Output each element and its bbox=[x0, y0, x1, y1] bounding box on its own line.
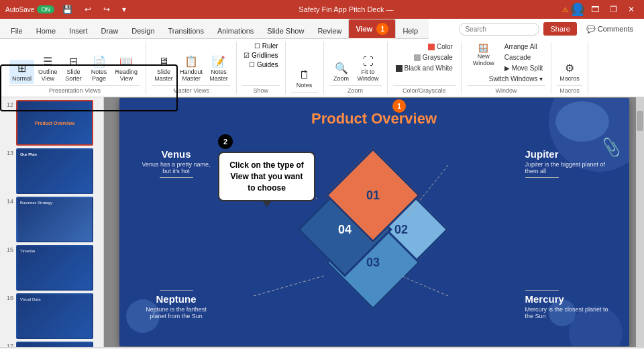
slide-panel: 12 Product Overview 13 Our Plan 14 Busin… bbox=[0, 97, 104, 347]
tab-transitions[interactable]: Transitions bbox=[162, 23, 211, 38]
outline-view-icon: ☰ bbox=[43, 55, 52, 68]
notes-button[interactable]: 🗒 Notes bbox=[291, 67, 318, 91]
main-area: 12 Product Overview 13 Our Plan 14 Busin… bbox=[0, 97, 644, 347]
slide-view: 2 Click on the type of View that you wan… bbox=[104, 97, 644, 347]
jupiter-label: Jupiter Jupiter is the biggest planet of… bbox=[525, 148, 612, 181]
ribbon-top: File Home Insert Draw Design Transitions… bbox=[0, 19, 644, 39]
view-normal-button[interactable]: ⊞ Normal bbox=[9, 60, 34, 84]
slide-image-13: Our Plan bbox=[16, 148, 93, 194]
bw-icon bbox=[396, 65, 402, 72]
notes-button-area: 🗒 Notes bbox=[291, 42, 318, 91]
tab-file[interactable]: File bbox=[4, 23, 30, 38]
slide-num-15: 15 bbox=[3, 246, 13, 253]
tab-view[interactable]: View 1 bbox=[348, 19, 396, 39]
comments-button[interactable]: 💬 Comments bbox=[581, 22, 639, 36]
color-label: Color/Grayscale bbox=[393, 85, 455, 94]
slide-image-14: Business Strategy bbox=[16, 197, 93, 242]
show-label: Show bbox=[242, 85, 279, 94]
account-icon[interactable]: 👤 bbox=[571, 3, 584, 16]
ribbon-group-zoom: 🔍 Zoom ⛶ Fit toWindow Zoom bbox=[324, 42, 388, 94]
macros-buttons: ⚙ Macros bbox=[557, 42, 582, 84]
mercury-label: Mercury Mercury is the closest planet to… bbox=[525, 290, 612, 319]
slide-thumb-13[interactable]: 13 Our Plan bbox=[3, 148, 101, 194]
annotation-step2: 2 bbox=[218, 134, 233, 149]
window-items: 🪟 NewWindow Arrange All Cascade ▶ Move S… bbox=[467, 42, 545, 84]
share-button[interactable]: Share bbox=[543, 22, 576, 36]
slide-thumb-17[interactable]: 17 bbox=[3, 342, 101, 347]
gridlines-checkbox-icon: ☑ bbox=[244, 52, 250, 59]
tab-review[interactable]: Review bbox=[311, 23, 348, 38]
tab-slideshow[interactable]: Slide Show bbox=[260, 23, 311, 38]
neptune-label: Neptune Neptune is the farthest planet f… bbox=[140, 290, 213, 319]
color-button[interactable]: Color bbox=[425, 42, 455, 52]
slide-canvas: 📎 Product Overview Venus Venus has a pre… bbox=[119, 98, 629, 346]
grayscale-icon bbox=[414, 54, 421, 61]
arrange-all-button[interactable]: Arrange All bbox=[502, 42, 545, 52]
view-outline-button[interactable]: ☰ OutlineView bbox=[36, 53, 60, 84]
annotation-bubble: Click on the type of View that you want … bbox=[218, 152, 315, 201]
guides-checkbox[interactable]: ☐ Guides bbox=[248, 60, 280, 69]
tab-help[interactable]: Help bbox=[396, 23, 425, 38]
tab-draw[interactable]: Draw bbox=[95, 23, 125, 38]
step1-badge: 1 bbox=[392, 99, 406, 113]
tab-design[interactable]: Design bbox=[125, 23, 161, 38]
view-reading-button[interactable]: 📖 ReadingView bbox=[113, 53, 141, 84]
slide-thumb-14[interactable]: 14 Business Strategy bbox=[3, 197, 101, 242]
search-input[interactable] bbox=[459, 23, 539, 36]
handout-master-button[interactable]: 📋 HandoutMaster bbox=[177, 53, 205, 84]
color-icon bbox=[428, 44, 435, 50]
cascade-button[interactable]: Cascade bbox=[502, 52, 545, 62]
macros-button[interactable]: ⚙ Macros bbox=[557, 60, 582, 84]
grayscale-button[interactable]: Grayscale bbox=[411, 52, 455, 62]
tab-insert[interactable]: Insert bbox=[62, 23, 95, 38]
ruler-checkbox-icon: ☐ bbox=[254, 42, 260, 50]
slide-12-content: Product Overview bbox=[17, 101, 92, 144]
move-split-button[interactable]: ▶ Move Split bbox=[502, 63, 545, 73]
customize-button[interactable]: ▾ bbox=[118, 3, 130, 15]
notes-icon: 🗒 bbox=[299, 69, 310, 81]
slide-thumb-16[interactable]: 16 Visual Data bbox=[3, 293, 101, 339]
slide-master-button[interactable]: 🖥 SlideMaster bbox=[152, 54, 176, 84]
master-views-label: Master Views bbox=[152, 85, 231, 94]
slide-thumb-15[interactable]: 15 Timeline bbox=[3, 245, 101, 291]
diamonds-container: 01 02 03 04 bbox=[301, 158, 448, 306]
bw-button[interactable]: Black and White bbox=[393, 63, 455, 73]
show-items: ☐ Ruler ☑ Gridlines ☐ Guides bbox=[242, 42, 279, 84]
save-button[interactable]: 💾 bbox=[58, 3, 76, 15]
tab-animations[interactable]: Animations bbox=[211, 23, 260, 38]
restore-button[interactable]: ❐ bbox=[606, 3, 621, 15]
ribbon-group-color: Color Grayscale Black and White Color/Gr… bbox=[388, 42, 462, 94]
zoom-buttons: 🔍 Zoom ⛶ Fit toWindow bbox=[329, 42, 382, 84]
reading-view-icon: 📖 bbox=[119, 55, 133, 68]
view-slide-sorter-button[interactable]: ⊟ SlideSorter bbox=[62, 53, 86, 84]
zoom-button[interactable]: 🔍 Zoom bbox=[329, 60, 354, 84]
tab-home[interactable]: Home bbox=[30, 23, 62, 38]
ruler-checkbox[interactable]: ☐ Ruler bbox=[253, 42, 280, 50]
slide-thumb-12[interactable]: 12 Product Overview bbox=[3, 100, 101, 146]
slide-13-content: Our Plan bbox=[17, 150, 92, 193]
minimize-button[interactable]: 🗖 bbox=[587, 3, 603, 15]
window-controls: ⚠ 👤 🗖 ❐ ✕ bbox=[562, 3, 639, 16]
zoom-label: Zoom bbox=[329, 85, 382, 94]
close-button[interactable]: ✕ bbox=[624, 3, 639, 15]
switch-windows-button[interactable]: Switch Windows ▾ bbox=[486, 74, 546, 84]
undo-button[interactable]: ↩ bbox=[80, 3, 95, 15]
view-notes-page-button[interactable]: 📄 NotesPage bbox=[87, 53, 111, 84]
title-bar: AutoSave ON 💾 ↩ ↪ ▾ Safety Fin App Pitch… bbox=[0, 0, 644, 19]
fit-window-icon: ⛶ bbox=[363, 56, 374, 68]
autosave-toggle[interactable]: ON bbox=[37, 5, 54, 13]
guides-checkbox-icon: ☐ bbox=[249, 61, 255, 68]
gridlines-checkbox[interactable]: ☑ Gridlines bbox=[242, 51, 279, 60]
notes-master-button[interactable]: 📝 NotesMaster bbox=[207, 53, 231, 84]
slide-16-content: Visual Data bbox=[17, 295, 92, 338]
annotation-container: 2 Click on the type of View that you wan… bbox=[218, 134, 315, 201]
ribbon-group-notes: 🗒 Notes bbox=[286, 42, 324, 94]
autosave-label: AutoSave ON bbox=[5, 5, 54, 13]
fit-window-button[interactable]: ⛶ Fit toWindow bbox=[355, 54, 382, 84]
right-scrollbar[interactable] bbox=[636, 97, 644, 347]
new-window-button[interactable]: 🪟 NewWindow bbox=[467, 42, 500, 73]
redo-button[interactable]: ↪ bbox=[99, 3, 114, 15]
scrollbar-thumb[interactable] bbox=[637, 111, 643, 131]
macros-icon: ⚙ bbox=[565, 62, 574, 74]
ribbon-group-master-views: 🖥 SlideMaster 📋 HandoutMaster 📝 NotesMas… bbox=[146, 42, 237, 94]
